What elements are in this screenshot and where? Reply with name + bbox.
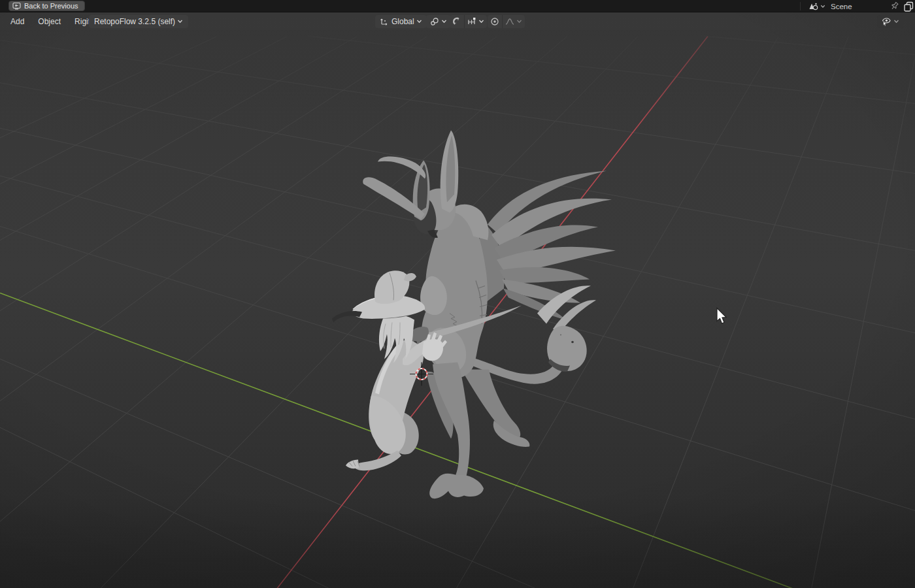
- retopoflow-dropdown[interactable]: RetopoFlow 3.2.5 (self): [89, 15, 188, 28]
- blender-window: Add Object Rigify RetopoFlow 3.2.5 (self…: [0, 0, 915, 588]
- menu-add[interactable]: Add: [9, 16, 25, 27]
- chevron-down-icon: [516, 20, 522, 24]
- proportional-edit-group: [488, 15, 525, 28]
- chevron-down-icon: [177, 20, 183, 24]
- circle-dot-icon: [490, 17, 499, 26]
- scene-name-field[interactable]: Scene: [831, 3, 886, 10]
- chevron-down-icon: [893, 20, 899, 24]
- menu-object[interactable]: Object: [37, 16, 62, 27]
- retopoflow-dropdown-label: RetopoFlow 3.2.5 (self): [94, 17, 175, 26]
- magnet-icon: [452, 17, 461, 26]
- snap-increment-icon: [467, 17, 476, 26]
- viewport-header: Add Object Rigify RetopoFlow 3.2.5 (self…: [0, 14, 915, 30]
- topbar: Back to Previous Scene: [0, 0, 915, 12]
- back-to-previous-button[interactable]: Back to Previous: [8, 1, 85, 11]
- eye-cursor-icon: [881, 16, 891, 27]
- snap-settings-dropdown[interactable]: [465, 15, 487, 28]
- scene-widget: Scene: [797, 0, 915, 12]
- pin-icon[interactable]: [890, 1, 899, 11]
- object-visibility-dropdown[interactable]: [877, 15, 903, 28]
- scene-selector-button[interactable]: [807, 1, 827, 12]
- transform-orientation-dropdown[interactable]: Global: [375, 15, 427, 28]
- scene-layer: [0, 12, 915, 588]
- falloff-dropdown[interactable]: [503, 15, 525, 28]
- viewport-menus: Add Object Rigify: [9, 14, 95, 29]
- scene-icon: [808, 2, 819, 11]
- falloff-curve-icon: [505, 17, 514, 26]
- viewport-3d[interactable]: Add Object Rigify RetopoFlow 3.2.5 (self…: [0, 12, 915, 588]
- back-screen-icon: [12, 2, 21, 10]
- back-to-previous-label: Back to Previous: [24, 1, 78, 11]
- orientation-label: Global: [391, 17, 414, 26]
- axis-gizmo-icon: [380, 17, 389, 26]
- chevron-down-icon: [820, 5, 825, 8]
- mouse-cursor: [717, 308, 726, 324]
- pivot-point-dropdown[interactable]: [426, 15, 451, 28]
- chevron-down-icon: [441, 20, 447, 24]
- pivot-point-icon: [430, 17, 439, 26]
- proportional-edit-toggle[interactable]: [488, 15, 502, 28]
- chevron-down-icon: [478, 20, 484, 24]
- chevron-down-icon: [416, 20, 422, 24]
- snap-group: [450, 15, 487, 28]
- new-scene-icon[interactable]: [903, 1, 914, 12]
- snap-toggle-button[interactable]: [450, 15, 464, 28]
